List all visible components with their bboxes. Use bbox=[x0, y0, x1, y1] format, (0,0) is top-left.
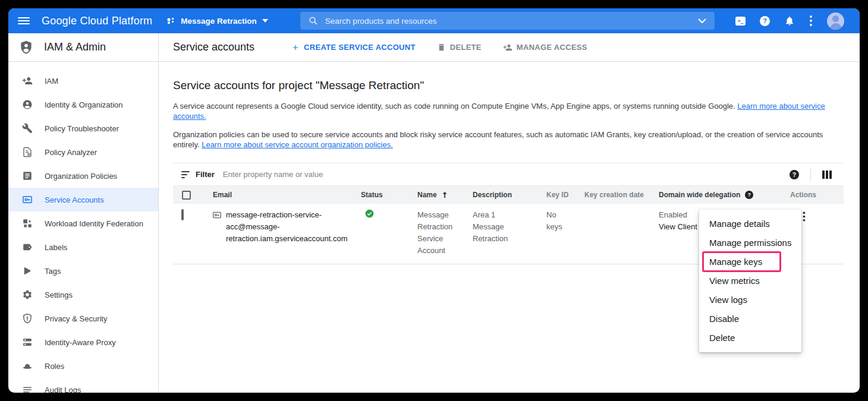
delete-label: DELETE bbox=[450, 43, 482, 52]
project-selector[interactable]: Message Retraction bbox=[166, 17, 268, 26]
article-icon bbox=[22, 170, 33, 181]
sidebar-item-privacy-security[interactable]: Privacy & Security bbox=[8, 307, 158, 330]
menu-item-view-metrics[interactable]: View metrics bbox=[699, 271, 801, 291]
hamburger-menu-icon[interactable] bbox=[18, 17, 30, 24]
sidebar-item-label: Workload Identity Federation bbox=[45, 219, 143, 228]
sidebar-item-audit-logs[interactable]: Audit Logs bbox=[8, 378, 158, 393]
sidebar-item-service-accounts[interactable]: Service Accounts bbox=[8, 188, 158, 211]
project-name: Message Retraction bbox=[181, 17, 257, 26]
menu-item-disable[interactable]: Disable bbox=[699, 310, 801, 329]
cell-name: Message Retraction Service Account bbox=[417, 209, 464, 257]
sidebar-item-label: Service Accounts bbox=[45, 195, 104, 204]
sidebar-item-identity-organization[interactable]: Identity & Organization bbox=[8, 93, 158, 116]
service-account-key-icon bbox=[212, 210, 222, 257]
sidebar-item-policy-troubleshooter[interactable]: Policy Troubleshooter bbox=[8, 116, 158, 140]
menu-item-delete[interactable]: Delete bbox=[699, 329, 801, 348]
sidebar-header: IAM & Admin bbox=[8, 33, 158, 62]
row-checkbox[interactable] bbox=[181, 209, 184, 220]
document-gear-icon bbox=[22, 147, 33, 157]
select-all-checkbox[interactable] bbox=[182, 191, 191, 200]
shield-icon bbox=[22, 313, 33, 324]
create-service-account-label: CREATE SERVICE ACCOUNT bbox=[304, 43, 416, 52]
menu-item-manage-permissions[interactable]: Manage permissions bbox=[699, 233, 801, 252]
filter-help-icon[interactable]: ? bbox=[790, 170, 799, 179]
filter-row: Filter ? bbox=[173, 163, 844, 185]
proxy-layers-icon bbox=[22, 337, 33, 348]
gear-icon bbox=[22, 289, 33, 300]
list-lines-icon bbox=[22, 384, 33, 393]
browser-viewport: Google Cloud Platform Message Retraction… bbox=[8, 8, 860, 393]
sidebar-nav: IAM Identity & Organization Policy Troub… bbox=[8, 62, 158, 393]
header-description[interactable]: Description bbox=[472, 191, 546, 199]
menu-item-manage-keys[interactable]: Manage keys bbox=[699, 252, 801, 271]
more-vert-icon[interactable] bbox=[809, 15, 813, 27]
sidebar-item-iam[interactable]: IAM bbox=[8, 69, 158, 93]
filter-input[interactable] bbox=[223, 170, 790, 179]
tag-arrow-icon bbox=[22, 266, 33, 276]
service-account-key-icon bbox=[22, 194, 33, 205]
gcp-brand[interactable]: Google Cloud Platform bbox=[42, 15, 152, 27]
cell-key-creation-date bbox=[584, 209, 658, 257]
learn-more-org-policies-link[interactable]: Learn more about service account organiz… bbox=[202, 140, 393, 149]
sidebar-item-organization-policies[interactable]: Organization Policies bbox=[8, 164, 158, 188]
filter-icon bbox=[181, 171, 190, 178]
intro-text: A service account represents a Google Cl… bbox=[173, 102, 737, 110]
plus-icon bbox=[291, 43, 300, 52]
header-actions: Actions bbox=[790, 191, 844, 199]
iam-admin-shield-icon bbox=[18, 40, 34, 55]
search-chevron-down-icon[interactable] bbox=[698, 18, 706, 23]
sidebar-item-settings[interactable]: Settings bbox=[8, 283, 158, 307]
notifications-bell-icon[interactable] bbox=[784, 15, 795, 26]
search-input[interactable] bbox=[325, 17, 698, 26]
sidebar-title: IAM & Admin bbox=[44, 41, 106, 53]
cell-description: Area 1 Message Retraction bbox=[472, 209, 514, 257]
policy-paragraph: Organization policies can be used to sec… bbox=[173, 130, 839, 150]
create-service-account-button[interactable]: CREATE SERVICE ACCOUNT bbox=[291, 43, 416, 52]
delete-button[interactable]: DELETE bbox=[437, 43, 482, 52]
account-circle-icon bbox=[22, 99, 33, 110]
dwd-help-icon[interactable]: ? bbox=[745, 191, 753, 199]
status-ok-icon bbox=[365, 209, 374, 218]
sidebar-item-label: Settings bbox=[45, 291, 73, 299]
sidebar-item-label: Labels bbox=[45, 243, 67, 252]
sidebar-item-tags[interactable]: Tags bbox=[8, 259, 158, 283]
sidebar-item-label: Identity-Aware Proxy bbox=[45, 338, 116, 347]
column-display-icon[interactable] bbox=[822, 170, 832, 179]
header-key-id[interactable]: Key ID bbox=[546, 191, 584, 199]
intro-paragraph: A service account represents a Google Cl… bbox=[173, 101, 839, 121]
sidebar-item-labels[interactable]: Labels bbox=[8, 235, 158, 259]
header-status[interactable]: Status bbox=[360, 191, 417, 199]
sidebar-item-roles[interactable]: Roles bbox=[8, 354, 158, 378]
page-toolbar-title: Service accounts bbox=[173, 41, 254, 53]
help-icon[interactable]: ? bbox=[760, 16, 770, 26]
header-domain-wide-delegation[interactable]: Domain wide delegation? bbox=[658, 191, 790, 199]
chevron-down-icon bbox=[262, 19, 268, 23]
cell-status bbox=[360, 209, 417, 257]
avatar[interactable] bbox=[827, 12, 844, 30]
sidebar-item-policy-analyzer[interactable]: Policy Analyzer bbox=[8, 140, 158, 164]
search-bar[interactable] bbox=[300, 12, 715, 30]
manage-access-button[interactable]: MANAGE ACCESS bbox=[503, 43, 587, 52]
service-account-email[interactable]: message-retraction-service-acc@message-r… bbox=[226, 209, 360, 257]
sidebar-item-workload-identity-federation[interactable]: Workload Identity Federation bbox=[8, 211, 158, 235]
cloud-shell-icon[interactable]: >_ bbox=[735, 17, 746, 26]
squares-grid-icon bbox=[22, 218, 33, 229]
menu-item-manage-details[interactable]: Manage details bbox=[699, 214, 801, 233]
sidebar-item-label: Roles bbox=[45, 362, 64, 371]
gcp-topbar: Google Cloud Platform Message Retraction… bbox=[8, 8, 860, 33]
menu-item-view-logs[interactable]: View logs bbox=[699, 291, 801, 310]
sidebar-item-label: Policy Troubleshooter bbox=[45, 124, 119, 133]
sidebar-item-identity-aware-proxy[interactable]: Identity-Aware Proxy bbox=[8, 330, 158, 354]
person-add-icon bbox=[22, 75, 33, 86]
sidebar-item-label: Policy Analyzer bbox=[45, 148, 97, 157]
sidebar-item-label: IAM bbox=[45, 77, 58, 86]
manage-access-label: MANAGE ACCESS bbox=[517, 43, 587, 52]
filter-label: Filter bbox=[196, 170, 215, 179]
cell-key-id: No keys bbox=[546, 209, 567, 257]
header-name[interactable]: Name↑ bbox=[417, 191, 472, 200]
page-title: Service accounts for project "Message Re… bbox=[173, 79, 844, 92]
header-key-creation-date[interactable]: Key creation date bbox=[584, 191, 658, 199]
project-icon bbox=[166, 17, 175, 26]
cell-email: message-retraction-service-acc@message-r… bbox=[206, 209, 360, 257]
header-email[interactable]: Email bbox=[206, 191, 360, 199]
